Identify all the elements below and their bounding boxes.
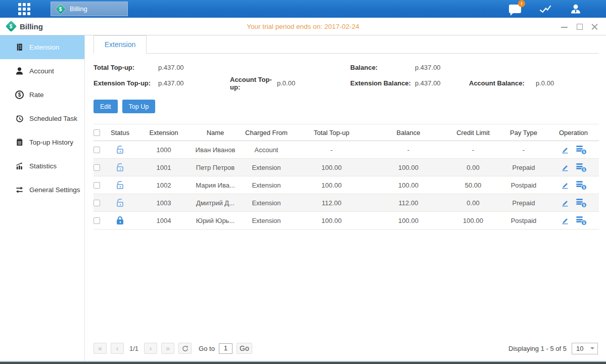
unlock-status-icon bbox=[116, 163, 124, 171]
edit-icon[interactable] bbox=[561, 217, 569, 224]
edit-icon[interactable] bbox=[561, 199, 569, 207]
cell-total-topup: 112.00 bbox=[293, 194, 370, 211]
maximize-icon[interactable] bbox=[576, 23, 583, 30]
goto-page-input[interactable] bbox=[219, 343, 232, 354]
first-page-button[interactable]: « bbox=[94, 343, 107, 354]
table-row[interactable]: 1004 Юрий Юрь... Extension 100.00 100.00… bbox=[94, 212, 599, 230]
col-operation: Operation bbox=[548, 124, 599, 141]
unlock-status-icon bbox=[116, 181, 124, 189]
sidebar-item-statistics[interactable]: Statistics bbox=[0, 154, 84, 178]
edit-button[interactable]: Edit bbox=[94, 100, 118, 113]
window-title: Billing bbox=[20, 22, 43, 31]
sidebar-item-topup-history[interactable]: Top-up History bbox=[0, 130, 84, 154]
col-balance: Balance bbox=[370, 124, 447, 141]
cell-name: Иван Иванов bbox=[191, 141, 240, 158]
col-credit-limit: Credit Limit bbox=[447, 124, 499, 141]
close-icon[interactable] bbox=[591, 23, 598, 30]
topup-coins-icon[interactable]: $ bbox=[576, 181, 586, 189]
cell-pay-type: Postpaid bbox=[499, 212, 548, 229]
extension-topup-value: p.437.00 bbox=[158, 75, 230, 91]
cell-total-topup: - bbox=[293, 141, 370, 158]
cell-charged-from: Extension bbox=[240, 212, 293, 229]
cell-charged-from: Extension bbox=[240, 194, 293, 211]
notifications-icon[interactable]: ! bbox=[508, 3, 522, 15]
total-topup-value: p.437.00 bbox=[158, 60, 230, 75]
topup-coins-icon[interactable]: $ bbox=[576, 199, 586, 207]
topup-coins-icon[interactable]: $ bbox=[576, 216, 586, 224]
sidebar-item-rate[interactable]: $ Rate bbox=[0, 83, 84, 107]
sidebar: Extension Account $ Rate Scheduled bbox=[0, 35, 85, 361]
topup-coins-icon[interactable]: $ bbox=[576, 146, 586, 154]
table-header: Status Extension Name Charged From Total… bbox=[94, 124, 599, 141]
cell-pay-type: - bbox=[499, 141, 548, 158]
cell-balance: 100.00 bbox=[370, 176, 447, 194]
account-topup-label: Account Top-up: bbox=[230, 75, 277, 91]
sidebar-item-scheduled-task[interactable]: Scheduled Task bbox=[0, 107, 84, 130]
trial-notice: Your trial period ends on: 2017-02-24 bbox=[247, 23, 359, 30]
row-checkbox[interactable] bbox=[94, 217, 100, 224]
billing-logo-icon: $ bbox=[6, 21, 16, 31]
ledger-icon bbox=[15, 43, 24, 52]
table-row[interactable]: 1003 Дмитрий Д... Extension 112.00 112.0… bbox=[94, 194, 599, 212]
prev-page-button[interactable]: ‹ bbox=[111, 343, 124, 354]
cell-name: Юрий Юрь... bbox=[191, 212, 240, 229]
rate-dollar-icon: $ bbox=[15, 90, 24, 99]
notification-badge: ! bbox=[518, 0, 525, 7]
user-account-icon[interactable] bbox=[569, 3, 583, 15]
edit-icon[interactable] bbox=[561, 181, 569, 189]
row-checkbox[interactable] bbox=[94, 147, 100, 153]
table-row[interactable]: 1002 Мария Ива... Extension 100.00 100.0… bbox=[94, 176, 599, 194]
sidebar-item-extension[interactable]: Extension bbox=[0, 35, 84, 59]
cell-balance: 112.00 bbox=[370, 194, 447, 211]
summary-section: Total Top-up: p.437.00 Balance: p.437.00… bbox=[94, 60, 599, 91]
table-row[interactable]: 1001 Петр Петров Extension 100.00 100.00… bbox=[94, 159, 599, 176]
cell-total-topup: 100.00 bbox=[293, 212, 370, 229]
tab-extension[interactable]: Extension bbox=[94, 35, 147, 54]
pagination-bar: « ‹ 1/1 › » Go to Go Displaying 1 - 5 of… bbox=[94, 337, 599, 360]
main-content: Extension Total Top-up: p.437.00 Balance… bbox=[85, 35, 606, 361]
account-balance-value: p.0.00 bbox=[536, 75, 599, 91]
unlock-status-icon bbox=[116, 146, 124, 154]
clock-history-icon bbox=[15, 114, 24, 123]
go-button[interactable]: Go bbox=[237, 343, 252, 354]
page-size-value: 10 bbox=[572, 345, 583, 352]
row-checkbox[interactable] bbox=[94, 182, 100, 189]
refresh-button[interactable] bbox=[178, 343, 192, 354]
taskbar-tab-billing[interactable]: $ Billing bbox=[51, 2, 128, 16]
cell-charged-from: Extension bbox=[240, 176, 293, 194]
edit-icon[interactable] bbox=[561, 146, 569, 154]
cell-credit-limit: 0.00 bbox=[447, 194, 499, 211]
refresh-icon bbox=[182, 345, 189, 352]
row-checkbox[interactable] bbox=[94, 164, 100, 171]
cell-balance: 100.00 bbox=[370, 159, 447, 176]
col-extension: Extension bbox=[136, 124, 191, 141]
select-all-checkbox[interactable] bbox=[94, 129, 100, 136]
cell-pay-type: Postpaid bbox=[499, 176, 548, 194]
edit-icon[interactable] bbox=[561, 164, 569, 171]
table-row[interactable]: 1000 Иван Иванов Account - - - - $ bbox=[94, 141, 599, 159]
goto-label: Go to bbox=[199, 345, 215, 352]
topup-coins-icon[interactable]: $ bbox=[576, 163, 586, 171]
unlock-status-icon bbox=[116, 199, 124, 207]
app-grid-icon[interactable] bbox=[18, 3, 30, 15]
sidebar-item-general-settings[interactable]: General Settings bbox=[0, 178, 84, 202]
next-page-button[interactable]: › bbox=[144, 343, 157, 354]
page-size-select[interactable]: 10 bbox=[572, 343, 598, 354]
minimize-icon[interactable] bbox=[561, 23, 568, 30]
col-status: Status bbox=[104, 124, 136, 141]
chevron-down-icon bbox=[590, 347, 594, 351]
cell-name: Дмитрий Д... bbox=[191, 194, 240, 211]
sidebar-item-account[interactable]: Account bbox=[0, 59, 84, 83]
cell-extension: 1002 bbox=[136, 176, 191, 194]
top-up-button[interactable]: Top Up bbox=[122, 100, 156, 113]
tab-bar: Extension bbox=[94, 35, 599, 54]
sidebar-item-label: Top-up History bbox=[29, 139, 73, 146]
cell-extension: 1001 bbox=[136, 159, 191, 176]
extension-balance-value: p.437.00 bbox=[415, 75, 469, 91]
row-checkbox[interactable] bbox=[94, 200, 100, 206]
transfer-arrows-icon bbox=[15, 186, 24, 194]
cell-name: Петр Петров bbox=[191, 159, 240, 176]
cell-credit-limit: - bbox=[447, 141, 499, 158]
resource-monitor-icon[interactable] bbox=[538, 3, 552, 15]
last-page-button[interactable]: » bbox=[161, 343, 174, 354]
